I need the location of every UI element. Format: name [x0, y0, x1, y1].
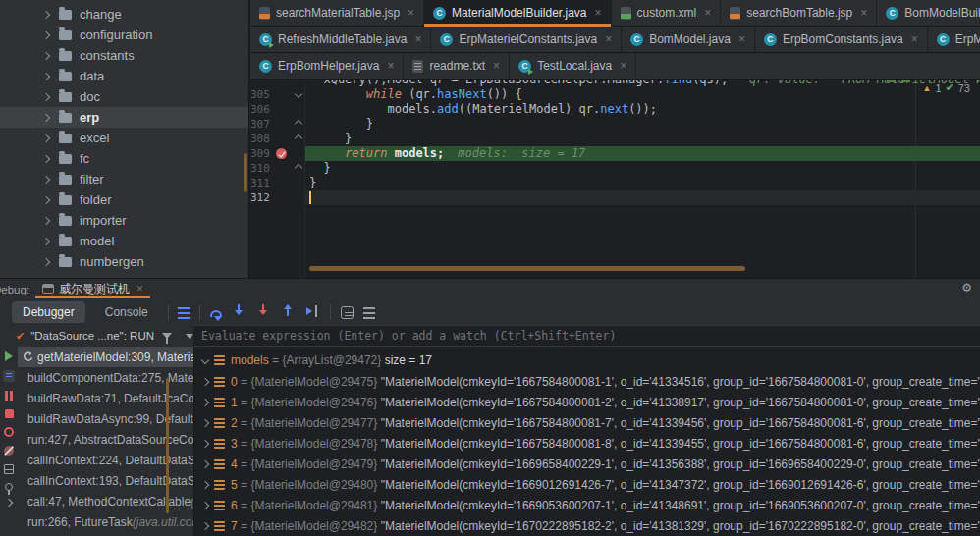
- close-icon[interactable]: ×: [408, 7, 414, 19]
- error-stripe-mark[interactable]: [901, 80, 910, 82]
- stack-frame[interactable]: getMaterielModel:309, MaterialModelB: [18, 347, 193, 367]
- chevron-right-icon[interactable]: [42, 216, 50, 224]
- tab-searchMaterialTable.jsp[interactable]: searchMaterialTable.jsp×: [250, 0, 424, 26]
- tree-item-importer[interactable]: importer: [0, 210, 248, 231]
- filter-icon[interactable]: [162, 333, 172, 339]
- tab-ErpBomConstants.java[interactable]: CErpBomConstants.java×: [755, 27, 928, 52]
- tab-RefreshMiddleTable.java[interactable]: CRefreshMiddleTable.java×: [250, 27, 431, 52]
- tab-custom.xml[interactable]: custom.xml×: [612, 0, 722, 26]
- pause-icon[interactable]: [5, 391, 13, 401]
- tree-item-constants[interactable]: constants: [0, 45, 248, 66]
- fold-marker-icon[interactable]: [295, 120, 302, 128]
- force-step-into-icon[interactable]: [256, 304, 271, 319]
- tab-ErpMaterielConstants.java[interactable]: CErpMaterielConstants.java×: [431, 27, 622, 52]
- chevron-down-icon[interactable]: [201, 355, 209, 363]
- tree-item-configuration[interactable]: configuration: [0, 25, 248, 45]
- chevron-right-icon[interactable]: [201, 418, 209, 426]
- variable-row[interactable]: 3 = {MaterielModel@29478} "MaterielModel…: [194, 433, 980, 454]
- fold-marker-icon[interactable]: [295, 90, 302, 98]
- mute-breakpoints-icon[interactable]: [4, 446, 14, 456]
- close-icon[interactable]: ×: [704, 7, 711, 19]
- tree-item-folder[interactable]: folder: [0, 189, 248, 210]
- step-into-icon[interactable]: [232, 304, 246, 319]
- tree-item-numbergen[interactable]: numbergen: [0, 251, 248, 272]
- show-execution-point-icon[interactable]: [178, 307, 190, 319]
- close-icon[interactable]: ×: [620, 60, 626, 72]
- close-icon[interactable]: ×: [738, 33, 745, 45]
- chevron-right-icon[interactable]: [201, 398, 209, 405]
- tab-TestLocal.java[interactable]: CTestLocal.java×: [510, 53, 636, 79]
- session-status-row[interactable]: ✔ "DataSource ...ne": RUNNING: [0, 325, 193, 347]
- tab-readme.txt[interactable]: readme.txt×: [404, 53, 510, 79]
- tree-item-data[interactable]: data: [0, 66, 248, 86]
- variable-row[interactable]: 0 = {MaterielModel@29475} "MaterielModel…: [194, 371, 980, 392]
- tab-BomModel.java[interactable]: CBomModel.java×: [622, 27, 755, 52]
- close-icon[interactable]: ×: [414, 33, 421, 45]
- tab-MaterialModelBuilder.java[interactable]: CMaterialModelBuilder.java×: [424, 0, 611, 26]
- tab-ErpBomHelper.java[interactable]: CErpBomHelper.java×: [250, 53, 404, 79]
- error-stripe-mark[interactable]: [887, 80, 896, 82]
- chevron-right-icon[interactable]: [42, 175, 50, 183]
- project-tree-scrollbar[interactable]: [244, 153, 247, 192]
- more-icon[interactable]: [5, 499, 13, 507]
- close-icon[interactable]: ×: [911, 33, 918, 45]
- chevron-right-icon[interactable]: [42, 113, 50, 121]
- close-icon[interactable]: ×: [605, 33, 612, 45]
- step-out-icon[interactable]: [281, 304, 296, 319]
- chevron-down-icon[interactable]: [186, 334, 193, 339]
- tree-item-doc[interactable]: doc: [0, 86, 248, 107]
- evaluate-expression-bar[interactable]: Evaluate expression (Enter) or add a wat…: [193, 325, 980, 347]
- tree-item-change[interactable]: change: [0, 4, 248, 25]
- tab-debugger[interactable]: Debugger: [12, 301, 85, 323]
- stack-frame[interactable]: run:266, FutureTask (java.util.concurren: [18, 511, 193, 532]
- variable-row[interactable]: 6 = {MaterielModel@29481} "MaterielModel…: [194, 495, 980, 515]
- tree-item-fc[interactable]: fc: [0, 148, 248, 169]
- debug-session-tab[interactable]: 威尔曼测试机 ×: [35, 279, 150, 298]
- tree-item-excel[interactable]: excel: [0, 128, 248, 148]
- fold-marker-icon[interactable]: [295, 134, 302, 142]
- chevron-right-icon[interactable]: [201, 480, 209, 488]
- chevron-right-icon[interactable]: [42, 257, 50, 265]
- close-icon[interactable]: ×: [136, 283, 143, 295]
- close-icon[interactable]: ×: [387, 60, 394, 72]
- variable-row[interactable]: 7 = {MaterielModel@29482} "MaterielModel…: [194, 515, 980, 536]
- variable-row[interactable]: 4 = {MaterielModel@29479} "MaterielModel…: [194, 454, 980, 474]
- chevron-right-icon[interactable]: [42, 30, 50, 38]
- chevron-right-icon[interactable]: [42, 92, 50, 100]
- horizontal-scrollbar[interactable]: [309, 266, 745, 271]
- tab-ErpMaterielHelper.java[interactable]: CErpMaterielHelper.java×: [928, 27, 980, 52]
- variable-row[interactable]: 2 = {MaterielModel@29477} "MaterielModel…: [194, 412, 980, 433]
- chevron-right-icon[interactable]: [42, 237, 50, 244]
- close-icon[interactable]: ×: [493, 60, 500, 72]
- close-icon[interactable]: ×: [594, 7, 601, 19]
- tree-item-model[interactable]: model: [0, 231, 248, 251]
- chevron-right-icon[interactable]: [42, 72, 50, 80]
- frames-scrollbar[interactable]: [166, 378, 169, 513]
- breakpoint-icon[interactable]: [276, 148, 287, 159]
- layout-settings-icon[interactable]: [363, 307, 375, 319]
- tree-item-erp[interactable]: erp: [0, 107, 248, 128]
- layout-icon[interactable]: [4, 464, 14, 474]
- fold-marker-icon[interactable]: [295, 164, 302, 172]
- variable-root-row[interactable]: models = {ArrayList@29472} size = 17: [194, 349, 980, 370]
- tab-searchBomTable.jsp[interactable]: searchBomTable.jsp×: [721, 0, 877, 26]
- chevron-right-icon[interactable]: [42, 51, 50, 59]
- chevron-right-icon[interactable]: [42, 195, 50, 203]
- variable-row[interactable]: 1 = {MaterielModel@29476} "MaterielModel…: [194, 392, 980, 412]
- view-breakpoints-icon[interactable]: [4, 427, 14, 437]
- chevron-right-icon[interactable]: [201, 501, 209, 509]
- show-execution-point-icon[interactable]: [3, 370, 15, 382]
- variable-row[interactable]: 5 = {MaterielModel@29480} "MaterielModel…: [194, 474, 980, 495]
- chevron-right-icon[interactable]: [201, 521, 209, 529]
- stop-icon[interactable]: [5, 409, 14, 418]
- chevron-right-icon[interactable]: [201, 439, 209, 447]
- tree-item-filter[interactable]: filter: [0, 169, 248, 189]
- inspection-widget[interactable]: ▲ 1 ✔ 73: [922, 81, 970, 94]
- evaluate-expression-icon[interactable]: [341, 306, 354, 319]
- tab-BomModelBuilder.java[interactable]: CBomModelBuilder.java×: [877, 0, 980, 26]
- chevron-right-icon[interactable]: [201, 377, 209, 385]
- pin-icon[interactable]: [5, 483, 13, 491]
- tab-console[interactable]: Console: [94, 301, 159, 323]
- editor[interactable]: xQuery();Model qr = ErpDataSourceHelper.…: [250, 80, 980, 278]
- chevron-right-icon[interactable]: [42, 10, 50, 18]
